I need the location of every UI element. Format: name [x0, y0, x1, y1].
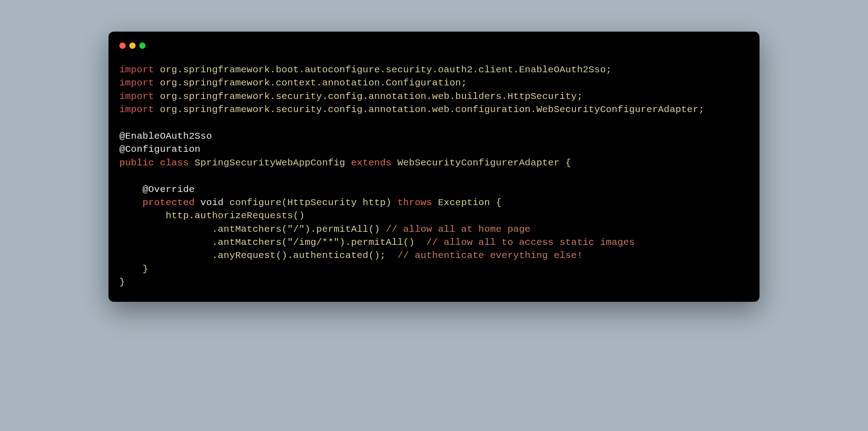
- exception-type: Exception {: [432, 197, 502, 208]
- keyword-import: import: [119, 65, 154, 75]
- parent-class: WebSecurityConfigurerAdapter {: [392, 158, 571, 168]
- class-name: SpringSecurityWebAppConfig: [189, 158, 351, 168]
- close-button[interactable]: [119, 42, 126, 49]
- code-line: .antMatchers("/img/**").permitAll(): [119, 237, 426, 248]
- keyword-import: import: [119, 104, 154, 115]
- closing-brace: }: [119, 264, 148, 274]
- minimize-button[interactable]: [129, 42, 136, 49]
- code-line: .antMatchers("/").permitAll(): [119, 224, 386, 234]
- comment: // authenticate everything else!: [397, 250, 583, 261]
- annotation: @EnableOAuth2Sso: [119, 131, 212, 141]
- import-path: org.springframework.security.config.anno…: [154, 91, 583, 102]
- import-path: org.springframework.context.annotation.C…: [154, 78, 467, 88]
- import-path: org.springframework.boot.autoconfigure.s…: [154, 65, 612, 75]
- maximize-button[interactable]: [139, 42, 146, 49]
- keyword-import: import: [119, 78, 154, 88]
- method-signature: configure(HttpSecurity http): [224, 197, 397, 208]
- comment: // allow all at home page: [386, 224, 530, 234]
- annotation: @Configuration: [119, 144, 200, 155]
- code-block: import org.springframework.boot.autoconf…: [119, 63, 749, 289]
- keyword-extends: extends: [351, 158, 392, 168]
- keyword-class: class: [154, 158, 189, 168]
- keyword-import: import: [119, 91, 154, 102]
- keyword-protected: protected: [119, 197, 195, 208]
- terminal-window: import org.springframework.boot.autoconf…: [108, 32, 760, 302]
- keyword-throws: throws: [397, 197, 432, 208]
- keyword-public: public: [119, 158, 154, 168]
- window-controls: [119, 41, 749, 49]
- import-path: org.springframework.security.config.anno…: [154, 104, 704, 115]
- code-line: .anyRequest().authenticated();: [119, 250, 397, 261]
- closing-brace: }: [119, 277, 125, 287]
- annotation-override: @Override: [119, 184, 195, 195]
- comment: // allow all to access static images: [426, 237, 635, 248]
- code-line: http.authorizeRequests(): [119, 211, 305, 221]
- keyword-void: void: [195, 197, 224, 208]
